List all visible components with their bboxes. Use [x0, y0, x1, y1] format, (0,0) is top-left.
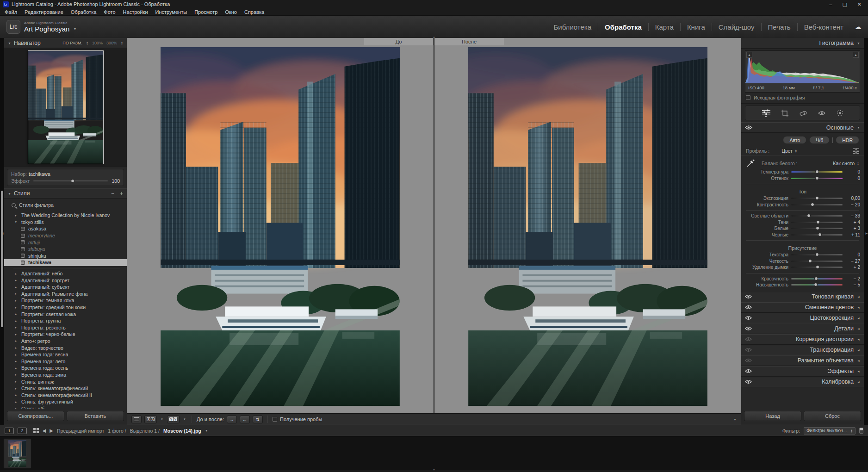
module-tab-книга[interactable]: Книга	[680, 23, 712, 31]
slider-track[interactable]	[791, 171, 843, 173]
panel-header-калибровка[interactable]: Калибровка◄	[741, 377, 864, 387]
highlight-clipping-icon[interactable]: ▲	[853, 52, 859, 58]
hdr-button[interactable]: HDR	[836, 136, 859, 144]
effect-slider[interactable]	[33, 180, 108, 181]
collapse-filmstrip-icon[interactable]: ▼	[433, 468, 435, 471]
panel-header-коррекция-дисторсии[interactable]: Коррекция дисторсии◄	[741, 334, 864, 345]
slider-knob[interactable]	[815, 253, 819, 256]
styles-group[interactable]: ►Стиль: кинематографический II	[4, 391, 127, 398]
copy-button[interactable]: Скопировать...	[7, 411, 64, 421]
styles-group[interactable]: ►Адаптивный: портрет	[4, 277, 127, 284]
eye-icon[interactable]	[745, 316, 752, 320]
reset-button[interactable]: Сброс	[804, 411, 861, 421]
slider-track[interactable]	[791, 228, 843, 229]
healing-tool-icon[interactable]	[800, 110, 807, 116]
zoom-fit-option[interactable]: ПО РАЗМ.	[62, 41, 82, 45]
stepper-icon[interactable]	[121, 41, 123, 45]
wb-eyedropper-icon[interactable]	[746, 159, 755, 168]
panel-header-детали[interactable]: Детали◄	[741, 323, 864, 334]
panel-header-смешение-цветов[interactable]: Смешение цветов◄	[741, 302, 864, 313]
slider-track[interactable]	[791, 261, 843, 262]
after-pane[interactable]: После	[434, 38, 741, 413]
eye-icon[interactable]	[745, 337, 752, 342]
slider-track[interactable]	[791, 278, 843, 279]
filter-dropdown[interactable]: Фильтры выключ...	[804, 427, 856, 435]
eye-icon[interactable]	[745, 358, 752, 363]
styles-group[interactable]: ►Портреты: темная кожа	[4, 297, 127, 304]
menu-item-просмотр[interactable]: Просмотр	[194, 9, 217, 15]
loupe-view-button[interactable]	[131, 416, 142, 423]
panel-header-эффекты[interactable]: Эффекты◄	[741, 366, 864, 377]
close-icon[interactable]: ✕	[857, 1, 862, 7]
styles-search[interactable]: Стили фильтра	[12, 200, 123, 210]
remove-style-button[interactable]: −	[111, 190, 114, 197]
slider-knob[interactable]	[818, 233, 822, 236]
toolbar-options-icon[interactable]: ▼	[733, 418, 737, 421]
slider-track[interactable]	[791, 215, 843, 217]
zoom-100-option[interactable]: 100%	[92, 41, 103, 45]
auto-button[interactable]: Авто	[783, 136, 806, 144]
slider-knob[interactable]	[816, 265, 819, 269]
copy-after-to-before-button[interactable]: ←	[240, 416, 250, 423]
eye-icon[interactable]	[745, 369, 752, 373]
style-item[interactable]: mtfuji	[4, 239, 127, 246]
basic-panel-header[interactable]: Основные ▼	[741, 122, 864, 133]
minimize-icon[interactable]: –	[829, 1, 832, 7]
bw-button[interactable]: Ч/б	[809, 136, 830, 144]
styles-group[interactable]: ►Стиль: кинематографический	[4, 385, 127, 392]
slider-track[interactable]	[791, 204, 843, 205]
styles-group[interactable]: ►Времена года: зима	[4, 372, 127, 379]
menu-item-файл[interactable]: Файл	[5, 9, 17, 15]
styles-group[interactable]: ►Портреты: группа	[4, 317, 127, 324]
before-photo[interactable]	[161, 47, 400, 406]
styles-group[interactable]: ►Времена года: осень	[4, 365, 127, 372]
menu-item-настройки[interactable]: Настройки	[123, 9, 148, 15]
styles-group[interactable]: ►Портреты: черно-белые	[4, 331, 127, 338]
zoom-300-option[interactable]: 300%	[106, 41, 117, 45]
slider-track[interactable]	[791, 254, 843, 255]
eye-icon[interactable]	[745, 348, 752, 352]
styles-group[interactable]: ►Стиль: футуристичный	[4, 398, 127, 405]
styles-group[interactable]: ►Видео: творчество	[4, 344, 127, 351]
filter-switch-icon[interactable]	[859, 428, 863, 434]
module-tab-печать[interactable]: Печать	[761, 23, 797, 31]
cloud-sync-icon[interactable]: ☁	[855, 23, 862, 31]
copy-before-to-after-button[interactable]: →	[227, 416, 237, 423]
slider-knob[interactable]	[815, 170, 819, 174]
filmstrip-source[interactable]: Предыдущий импорт	[57, 428, 104, 434]
slider-track[interactable]	[791, 198, 843, 199]
masking-tool-icon[interactable]	[837, 110, 843, 117]
effect-slider-knob[interactable]	[71, 179, 74, 183]
panel-header-цветокоррекция[interactable]: Цветокоррекция◄	[741, 313, 864, 323]
red-eye-tool-icon[interactable]	[818, 111, 825, 116]
secondary-display-button[interactable]: 2	[18, 428, 27, 434]
before-pane[interactable]: До	[127, 38, 434, 413]
style-item[interactable]: tachikawa	[4, 259, 127, 266]
filmstrip-thumbnail[interactable]	[4, 439, 31, 468]
slider-track[interactable]	[791, 284, 843, 286]
navigator-preview[interactable]	[4, 48, 127, 167]
chevron-down-icon[interactable]: ▼	[183, 418, 186, 421]
slider-knob[interactable]	[808, 259, 812, 263]
module-tab-карта[interactable]: Карта	[648, 23, 680, 31]
styles-group[interactable]: ►Адаптивный: субъект	[4, 284, 127, 291]
styles-group[interactable]: ►Стиль: ч/б	[4, 405, 127, 409]
stepper-icon[interactable]	[86, 41, 88, 45]
slider-knob[interactable]	[815, 176, 819, 180]
eye-icon[interactable]	[745, 379, 752, 384]
slider-knob[interactable]	[814, 277, 818, 280]
slider-track[interactable]	[791, 222, 843, 223]
module-tab-обработка[interactable]: Обработка	[598, 23, 648, 31]
histogram[interactable]: ▲ ▲ ISO 40018 ммf / 7,11/400 с	[745, 50, 860, 93]
panel-header-трансформация[interactable]: Трансформация◄	[741, 345, 864, 355]
panel-header-тоновая-кривая[interactable]: Тоновая кривая◄	[741, 292, 864, 302]
original-photo-checkbox[interactable]	[746, 95, 750, 100]
module-tab-слайд-шоу[interactable]: Слайд-шоу	[712, 23, 761, 31]
slider-track[interactable]	[791, 178, 843, 179]
histogram-header[interactable]: Гистограмма ▼	[741, 38, 864, 49]
slider-knob[interactable]	[816, 226, 819, 230]
eye-icon[interactable]	[745, 305, 752, 310]
styles-group[interactable]: ►Портреты: резкость	[4, 324, 127, 331]
eye-icon[interactable]	[745, 294, 752, 299]
menu-item-обработка[interactable]: Обработка	[71, 9, 96, 15]
